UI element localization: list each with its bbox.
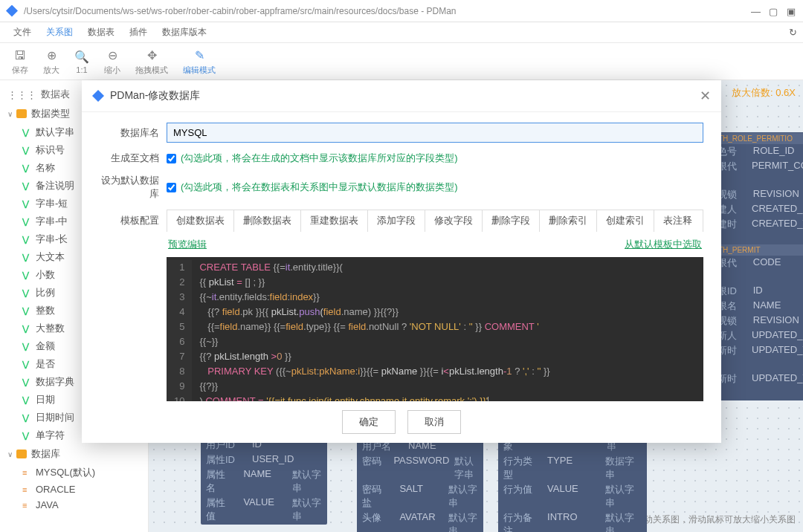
tool-zoomin[interactable]: ⊕放大 <box>37 46 65 77</box>
type-icon: ⋁ <box>22 163 33 173</box>
template-tab[interactable]: 修改字段 <box>425 210 483 232</box>
menu-datatable[interactable]: 数据表 <box>80 23 122 42</box>
template-tab[interactable]: 添加字段 <box>368 210 425 232</box>
menu-plugin[interactable]: 插件 <box>122 23 155 42</box>
toolbar: 🖫保存 ⊕放大 🔍1:1 ⊖缩小 ✥拖拽模式 ✎编辑模式 <box>0 43 803 80</box>
gendoc-hint: (勾选此项，将会在生成的文档中显示该数据库所对应的字段类型) <box>181 152 458 165</box>
edit-icon: ✎ <box>195 48 204 64</box>
refresh-icon[interactable]: ↻ <box>789 27 797 38</box>
type-icon: ⋁ <box>22 235 33 244</box>
defaultdb-checkbox[interactable] <box>167 183 176 192</box>
minimize-icon[interactable]: — <box>751 6 761 16</box>
type-icon: ⋁ <box>22 199 33 209</box>
preview-edit-link[interactable]: 预览编辑 <box>168 238 207 251</box>
zoom11-icon: 🔍 <box>74 48 89 65</box>
template-tab[interactable]: 删除索引 <box>540 210 597 232</box>
zoomin-icon: ⊕ <box>47 48 57 64</box>
type-icon: ⋁ <box>22 377 33 387</box>
type-icon: ⋁ <box>22 342 33 351</box>
template-tab[interactable]: 创建数据表 <box>167 210 234 232</box>
type-icon: ⋁ <box>22 217 33 227</box>
title-bar: /Users/cytsir/Documents/ws-set/ws-rober/… <box>0 0 803 22</box>
tool-drag[interactable]: ✥拖拽模式 <box>129 46 174 77</box>
template-tab[interactable]: 表注释 <box>654 210 701 232</box>
entity-row: 密码PASSWORD默认字串 <box>358 454 483 482</box>
folder-icon <box>16 450 27 458</box>
type-icon: ⋁ <box>22 395 33 405</box>
sidebar-item-db[interactable]: ≡JAVA <box>0 497 148 513</box>
menu-file[interactable]: 文件 <box>6 23 39 42</box>
save-icon: 🖫 <box>14 48 26 64</box>
type-icon: ⋁ <box>22 128 33 137</box>
template-tabs: 创建数据表删除数据表重建数据表添加字段修改字段删除字段删除索引创建索引表注释 <box>167 210 703 232</box>
tool-edit[interactable]: ✎编辑模式 <box>177 46 222 77</box>
ok-button[interactable]: 确定 <box>342 410 396 434</box>
type-icon: ⋁ <box>22 270 33 280</box>
tool-zoomout[interactable]: ⊖缩小 <box>98 46 126 77</box>
defaultdb-label: 设为默认数据库 <box>100 174 167 201</box>
close-icon[interactable]: ✕ <box>700 88 711 104</box>
group-database[interactable]: ∨ 数据库 <box>0 444 148 464</box>
folder-icon <box>16 109 27 118</box>
type-icon: ⋁ <box>22 360 33 369</box>
gendoc-label: 生成至文档 <box>100 152 167 165</box>
entity-row: 属性名NAME默认字串 <box>201 467 326 496</box>
gendoc-checkbox[interactable] <box>167 154 176 163</box>
entity-row: 密码盐SALT默认字串 <box>358 482 483 510</box>
template-label: 模板配置 <box>100 210 167 227</box>
entity-row: 行为值VALUE默认字串 <box>499 482 646 510</box>
type-icon: ⋁ <box>22 431 33 441</box>
type-icon: ⋁ <box>22 413 33 423</box>
tool-save[interactable]: 🖫保存 <box>6 46 34 77</box>
entity-row: 行为备注INTRO默认字串 <box>499 510 646 532</box>
edit-db-modal: PDMan-修改数据库 ✕ 数据库名 生成至文档 (勾选此项，将会在生成的文档中… <box>82 80 721 443</box>
close-window-icon[interactable]: ▣ <box>787 6 797 16</box>
entity-row: 属性IDUSER_ID <box>201 452 326 467</box>
type-icon: ⋁ <box>22 181 33 191</box>
type-icon: ⋁ <box>22 146 33 155</box>
entity-row: 属性值VALUE默认字串 <box>201 496 326 524</box>
from-default-link[interactable]: 从默认模板中选取 <box>625 238 702 251</box>
zoomout-icon: ⊖ <box>108 48 117 64</box>
modal-header: PDMan-修改数据库 ✕ <box>82 80 721 112</box>
tool-11[interactable]: 🔍1:1 <box>68 47 95 76</box>
db-icon: ≡ <box>22 485 33 494</box>
maximize-icon[interactable]: ▢ <box>769 6 779 16</box>
type-icon: ⋁ <box>22 253 33 262</box>
window-controls: — ▢ ▣ <box>751 6 797 16</box>
type-icon: ⋁ <box>22 324 33 334</box>
sidebar-item-db[interactable]: ≡MYSQL(默认) <box>0 464 148 481</box>
db-icon: ≡ <box>22 468 33 477</box>
template-tab[interactable]: 删除数据表 <box>234 210 301 232</box>
window-path: /Users/cytsir/Documents/ws-set/ws-rober/… <box>24 6 751 16</box>
template-tab[interactable]: 创建索引 <box>597 210 654 232</box>
sidebar-item-db[interactable]: ≡ORACLE <box>0 481 148 497</box>
entity-row: 头像AVATAR默认字串 <box>358 510 483 532</box>
code-gutter: 12345678910 <box>167 260 192 401</box>
defaultdb-hint: (勾选此项，将会在数据表和关系图中显示默认数据库的数据类型) <box>181 181 458 194</box>
modal-title: PDMan-修改数据库 <box>110 89 700 103</box>
db-icon: ≡ <box>22 501 33 510</box>
grid-icon: ⋮⋮⋮ <box>7 89 36 100</box>
code-editor[interactable]: 12345678910 CREATE TABLE {{=it.entity.ti… <box>167 257 703 401</box>
app-logo-icon <box>92 90 104 102</box>
chevron-down-icon: ∨ <box>7 110 16 118</box>
db-name-label: 数据库名 <box>100 126 167 140</box>
menu-dbversion[interactable]: 数据库版本 <box>155 23 214 42</box>
modal-footer: 确定 取消 <box>82 401 721 443</box>
app-logo-icon <box>6 5 18 17</box>
code-content: CREATE TABLE {{=it.entity.title}}( {{ pk… <box>192 260 557 401</box>
menu-bar: 文件 关系图 数据表 插件 数据库版本 ↻ <box>0 22 803 43</box>
zoom-indicator: 放大倍数: 0.6X <box>732 86 796 100</box>
chevron-down-icon: ∨ <box>7 450 16 458</box>
cancel-button[interactable]: 取消 <box>407 410 461 434</box>
drag-icon: ✥ <box>147 48 157 64</box>
type-icon: ⋁ <box>22 306 33 316</box>
template-tab[interactable]: 重建数据表 <box>301 210 368 232</box>
type-icon: ⋁ <box>22 288 33 298</box>
template-tab[interactable]: 删除字段 <box>483 210 540 232</box>
db-name-input[interactable] <box>167 123 703 143</box>
entity-row: 行为类型TYPE数据字串 <box>499 454 646 482</box>
menu-diagram[interactable]: 关系图 <box>39 23 80 42</box>
